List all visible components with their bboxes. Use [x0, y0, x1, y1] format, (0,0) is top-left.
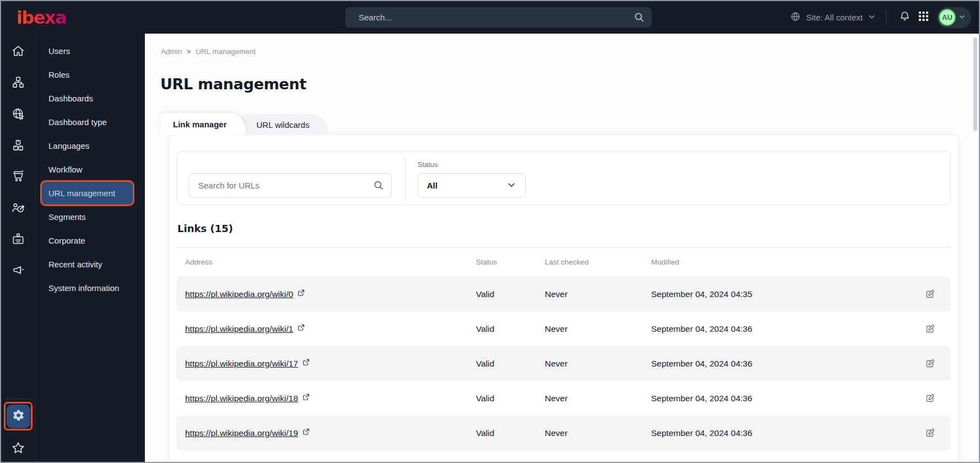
app-grid-icon	[918, 11, 929, 24]
status-cell: Valid	[476, 428, 545, 438]
avatar: AU	[939, 9, 956, 26]
top-bar: ibexa Site: All context	[1, 1, 979, 34]
rail-item-site[interactable]	[7, 104, 29, 126]
modified-cell: September 04, 2024 04:35	[651, 289, 918, 299]
modified-cell: September 04, 2024 04:36	[651, 428, 918, 438]
site-context-label: Site: All context	[806, 13, 863, 22]
url-link[interactable]: https://pl.wikipedia.org/wiki/0	[185, 289, 293, 299]
page-title: URL management	[160, 76, 306, 93]
breadcrumb-url-management: URL management	[196, 47, 256, 56]
rail-item-commerce[interactable]	[7, 166, 29, 189]
sidebar-item-languages[interactable]: Languages	[36, 134, 145, 158]
sidebar-item-segments[interactable]: Segments	[36, 205, 145, 229]
column-header-status: Status	[476, 258, 545, 266]
url-link[interactable]: https://pl.wikipedia.org/wiki/17	[185, 359, 298, 369]
sidebar-item-recent-activity[interactable]: Recent activity	[36, 252, 145, 276]
rail-item-corporate[interactable]	[7, 229, 29, 251]
scrollbar-thumb[interactable]	[973, 37, 977, 131]
rail-item-home[interactable]	[7, 41, 29, 63]
chevron-down-icon	[507, 180, 516, 191]
column-header-address: Address	[185, 258, 476, 266]
link-manager-panel: Status All Links (15) Address Status Las…	[169, 135, 958, 463]
breadcrumb: Admin > URL management	[161, 47, 256, 56]
modified-cell: September 04, 2024 04:36	[651, 324, 918, 334]
sidebar-item-corporate[interactable]: Corporate	[36, 229, 145, 252]
url-link[interactable]: https://pl.wikipedia.org/wiki/18	[185, 394, 298, 403]
global-search-input[interactable]	[345, 7, 652, 28]
sidebar-item-system-information[interactable]: System information	[36, 276, 145, 300]
table-row: https://pl.wikipedia.org/wiki/17 Valid N…	[176, 346, 951, 381]
table-row: https://pl.wikipedia.org/wiki/0 Valid Ne…	[176, 277, 951, 311]
sidebar-item-users[interactable]: Users	[36, 39, 145, 63]
bell-icon	[898, 10, 911, 25]
rail-item-audience[interactable]	[7, 198, 29, 220]
external-link-icon	[302, 358, 310, 369]
edit-url-button[interactable]	[922, 321, 938, 337]
star-icon	[10, 440, 26, 458]
status-filter-select[interactable]: All	[418, 173, 526, 198]
user-menu[interactable]: AU	[937, 7, 971, 28]
status-cell: Valid	[476, 394, 545, 403]
breadcrumb-admin[interactable]: Admin	[161, 47, 182, 56]
last-checked-cell: Never	[545, 428, 651, 438]
status-cell: Valid	[476, 359, 545, 369]
links-table: Address Status Last checked Modified htt…	[176, 247, 951, 450]
breadcrumb-separator: >	[187, 48, 191, 56]
sidebar-item-roles[interactable]: Roles	[36, 63, 145, 87]
search-icon	[373, 180, 384, 193]
chevron-down-icon	[959, 13, 966, 23]
status-filter-value: All	[427, 181, 437, 190]
tab-url-wildcards[interactable]: URL wildcards	[240, 114, 328, 135]
settings-button[interactable]	[7, 405, 30, 428]
sidebar-item-url-management[interactable]: URL management	[40, 180, 134, 206]
url-link[interactable]: https://pl.wikipedia.org/wiki/1	[185, 324, 293, 334]
edit-url-button[interactable]	[922, 356, 938, 372]
settings-highlight-box	[4, 402, 33, 430]
last-checked-cell: Never	[545, 289, 651, 299]
sidebar-item-workflow[interactable]: Workflow	[36, 158, 145, 181]
external-link-icon	[297, 289, 305, 299]
topbar-divider	[886, 10, 886, 25]
rail-item-content-structure[interactable]	[7, 73, 29, 95]
column-header-modified: Modified	[651, 258, 918, 266]
modified-cell: September 04, 2024 04:36	[651, 394, 918, 403]
globe-icon	[790, 11, 801, 24]
rail-item-product-catalog[interactable]	[7, 136, 29, 158]
edit-url-button[interactable]	[922, 287, 938, 302]
home-icon	[11, 44, 25, 61]
url-search[interactable]	[189, 173, 392, 198]
notifications-button[interactable]	[895, 8, 914, 27]
filter-panel: Status All	[176, 151, 951, 205]
table-row: https://pl.wikipedia.org/wiki/1 Valid Ne…	[176, 311, 951, 346]
boxes-icon	[11, 138, 25, 155]
rail-divider	[6, 399, 31, 399]
badge-icon	[11, 232, 25, 249]
site-context-selector[interactable]: Site: All context	[790, 11, 876, 24]
global-search[interactable]	[345, 7, 652, 28]
url-search-input[interactable]	[189, 173, 392, 198]
links-table-header: Address Status Last checked Modified	[176, 247, 951, 277]
megaphone-icon	[11, 263, 25, 280]
external-link-icon	[302, 393, 310, 403]
scrollbar[interactable]	[973, 36, 977, 459]
last-checked-cell: Never	[545, 324, 651, 334]
filter-divider	[405, 156, 405, 200]
modified-cell: September 04, 2024 04:36	[651, 359, 918, 369]
url-link[interactable]: https://pl.wikipedia.org/wiki/19	[185, 428, 298, 438]
search-icon	[634, 12, 645, 25]
column-header-last-checked: Last checked	[545, 258, 651, 266]
sidebar-item-dashboards[interactable]: Dashboards	[36, 87, 145, 110]
topbar-right: Site: All context	[790, 1, 971, 34]
rail-item-marketing[interactable]	[7, 261, 29, 283]
app-switcher-button[interactable]	[914, 8, 933, 27]
bookmarks-button[interactable]	[7, 438, 29, 460]
links-heading: Links (15)	[177, 223, 951, 234]
tab-link-manager[interactable]: Link manager	[161, 113, 246, 135]
edit-url-button[interactable]	[922, 426, 938, 441]
status-filter-label: Status	[418, 160, 438, 169]
table-row: https://pl.wikipedia.org/wiki/18 Valid N…	[176, 381, 951, 416]
globe-cursor-icon	[11, 107, 25, 123]
sidebar-item-dashboard-type[interactable]: Dashboard type	[36, 110, 145, 134]
icon-rail	[1, 34, 35, 462]
edit-url-button[interactable]	[922, 391, 938, 406]
